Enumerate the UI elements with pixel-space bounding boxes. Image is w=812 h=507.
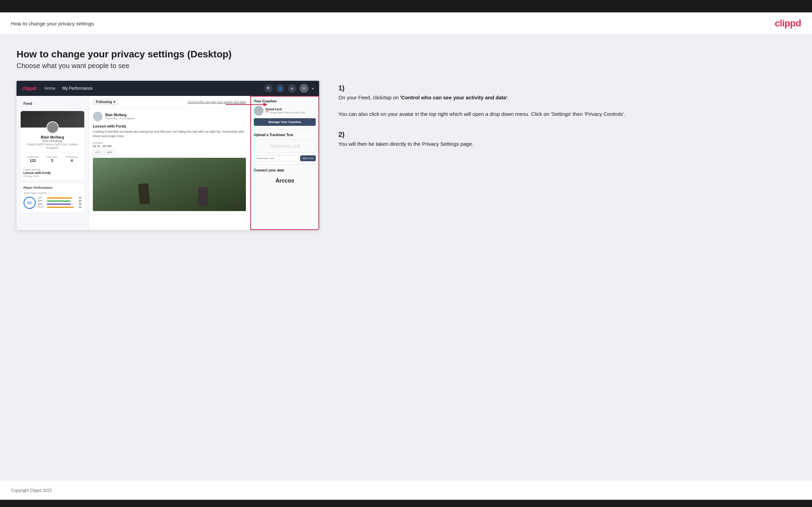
profile-club: Royal North Devon Golf Club, United King… bbox=[23, 143, 82, 150]
latest-activity: Latest Activity Lesson with Fordy 03 Aug… bbox=[21, 166, 84, 180]
feed-tab[interactable]: Feed bbox=[21, 100, 84, 107]
bar-ott-label: OTT bbox=[38, 197, 45, 199]
trackman-section: Upload a Trackman Test Trackman Link Add… bbox=[250, 130, 319, 165]
instruction-1-text: On your Feed, click/tap on 'Control who … bbox=[338, 93, 795, 118]
post-tags: OTT APP bbox=[93, 150, 246, 155]
arccos-logo: Arccos bbox=[254, 175, 316, 187]
perf-title: Player Performance bbox=[23, 186, 82, 189]
bar-app-track bbox=[47, 200, 75, 202]
instruction-1-number: 1) bbox=[338, 84, 795, 92]
app-right-panel: Your Coaches David Ford 📍 Royal North De… bbox=[250, 96, 319, 230]
bar-app-val: 85 bbox=[76, 200, 82, 202]
svg-marker-1 bbox=[263, 103, 268, 106]
trackman-title: Upload a Trackman Test bbox=[254, 133, 316, 137]
duration-label: Duration bbox=[93, 141, 103, 144]
bar-app: APP 85 bbox=[38, 200, 82, 202]
instruction-2-number: 2) bbox=[338, 131, 795, 139]
quality-row: 92 OTT 90 APP bbox=[23, 197, 82, 209]
bar-arg-track bbox=[47, 203, 75, 205]
followers-label: Followers bbox=[46, 155, 58, 158]
post-title: Lesson with Fordy bbox=[93, 124, 246, 128]
app-nav: clippd Home My Performance 🔍 👤 ⊕ B ▾ bbox=[17, 81, 319, 96]
breadcrumb: How to change your privacy settings bbox=[11, 21, 94, 26]
trackman-add-button[interactable]: Add Link bbox=[300, 155, 316, 161]
site-header: How to change your privacy settings clip… bbox=[0, 12, 812, 35]
player-performance: Player Performance Total Player Quality … bbox=[21, 183, 84, 212]
bar-arg-val: 86 bbox=[76, 203, 82, 205]
bar-putt: PUTT 96 bbox=[38, 206, 82, 208]
manage-coaches-button[interactable]: Manage Your Coaches bbox=[254, 118, 316, 126]
activities-stat: Activities 131 bbox=[28, 155, 39, 163]
bar-app-fill bbox=[47, 200, 71, 202]
profile-handicap: Plus Handicap bbox=[23, 139, 82, 143]
profile-stats: Activities 131 Followers 3 Following 4 bbox=[23, 152, 82, 163]
top-decorative-bar bbox=[0, 0, 812, 12]
figure-golfer-1 bbox=[138, 183, 150, 205]
post-duration: Duration 01 hr : 30 min bbox=[93, 141, 246, 148]
following-value: 4 bbox=[66, 158, 78, 163]
followers-stat: Followers 3 bbox=[46, 155, 58, 163]
profile-avatar bbox=[46, 121, 59, 134]
app-feed: Following ▾ Control who can see your act… bbox=[89, 96, 250, 230]
user-avatar[interactable]: B bbox=[300, 84, 308, 93]
trackman-input-row: Add Link bbox=[254, 155, 316, 161]
app-nav-icons: 🔍 👤 ⊕ B ▾ bbox=[264, 84, 314, 93]
content-layout: clippd Home My Performance 🔍 👤 ⊕ B ▾ Fee… bbox=[17, 81, 795, 230]
quality-score: 92 bbox=[23, 197, 36, 209]
connect-section: Connect your data Arccos bbox=[250, 165, 319, 190]
app-nav-logo: clippd bbox=[22, 86, 36, 91]
page-subtitle: Choose what you want people to see bbox=[17, 62, 795, 70]
footer-copyright: Copyright Clippd 2022 bbox=[11, 488, 52, 493]
activities-value: 131 bbox=[28, 158, 39, 163]
instruction-2: 2) You will then be taken directly to th… bbox=[338, 131, 795, 148]
quality-bars: OTT 90 APP bbox=[38, 197, 82, 209]
post-username: Blair McHarg bbox=[105, 113, 135, 117]
bar-ott-val: 90 bbox=[76, 197, 82, 199]
duration-value: 01 hr : 30 min bbox=[93, 144, 112, 148]
app-nav-links: Home My Performance bbox=[44, 86, 264, 91]
bar-putt-val: 96 bbox=[76, 206, 82, 208]
bar-arg: ARG 86 bbox=[38, 203, 82, 205]
search-icon[interactable]: 🔍 bbox=[264, 84, 273, 92]
profile-banner bbox=[21, 111, 84, 128]
bar-ott-track bbox=[47, 197, 75, 199]
post-avatar bbox=[93, 112, 102, 121]
annotation-arrow bbox=[226, 99, 277, 110]
trackman-placeholder: Trackman Link bbox=[254, 140, 316, 153]
profile-card: Blair McHarg Plus Handicap Royal North D… bbox=[21, 111, 84, 180]
clippd-logo: clippd bbox=[775, 18, 801, 29]
latest-activity-name: Lesson with Fordy bbox=[23, 171, 82, 175]
post-user-info: Blair McHarg Yesterday · Sunningdale bbox=[105, 113, 135, 120]
app-screenshot: clippd Home My Performance 🔍 👤 ⊕ B ▾ Fee… bbox=[17, 81, 319, 230]
site-footer: Copyright Clippd 2022 bbox=[0, 480, 812, 500]
post-meta: Yesterday · Sunningdale bbox=[105, 117, 135, 120]
following-button[interactable]: Following ▾ bbox=[93, 99, 118, 105]
bar-ott: OTT 90 bbox=[38, 197, 82, 199]
main-content: How to change your privacy settings (Des… bbox=[0, 35, 812, 480]
activities-label: Activities bbox=[28, 155, 39, 158]
avatar-dropdown-icon[interactable]: ▾ bbox=[312, 87, 314, 90]
tag-ott: OTT bbox=[93, 150, 103, 155]
plus-icon[interactable]: ⊕ bbox=[288, 84, 296, 92]
tag-app: APP bbox=[105, 150, 115, 155]
profile-name: Blair McHarg bbox=[23, 135, 82, 139]
bar-putt-fill bbox=[47, 207, 74, 208]
bar-putt-label: PUTT bbox=[38, 206, 45, 208]
following-stat: Following 4 bbox=[66, 155, 78, 163]
bottom-decorative-bar bbox=[0, 500, 812, 507]
total-quality-label: Total Player Quality ℹ bbox=[23, 191, 82, 195]
bar-ott-fill bbox=[47, 197, 72, 199]
post-description: Looking to feel like my hands are exitin… bbox=[93, 130, 246, 138]
user-icon[interactable]: 👤 bbox=[276, 84, 284, 92]
post-header: Blair McHarg Yesterday · Sunningdale bbox=[93, 112, 246, 121]
trackman-input[interactable] bbox=[254, 155, 299, 161]
bar-putt-track bbox=[47, 207, 75, 208]
instructions-panel: 1) On your Feed, click/tap on 'Control w… bbox=[333, 81, 795, 161]
instruction-1: 1) On your Feed, click/tap on 'Control w… bbox=[338, 84, 795, 118]
nav-link-home[interactable]: Home bbox=[44, 86, 55, 91]
nav-link-performance[interactable]: My Performance bbox=[62, 86, 93, 91]
coach-club: 📍 Royal North Devon Golf Club bbox=[266, 111, 305, 114]
latest-activity-label: Latest Activity bbox=[23, 168, 82, 171]
following-label: Following bbox=[66, 155, 78, 158]
feed-post: Blair McHarg Yesterday · Sunningdale Les… bbox=[89, 108, 250, 215]
